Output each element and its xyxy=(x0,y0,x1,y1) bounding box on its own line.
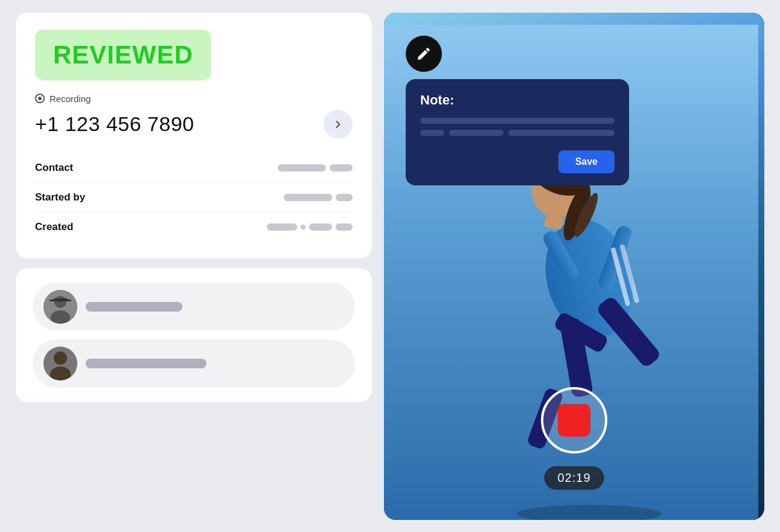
svg-rect-4 xyxy=(50,300,71,301)
contact-name-bar-2 xyxy=(86,359,206,368)
contact-item-1 xyxy=(33,283,355,331)
note-line-2 xyxy=(420,130,444,136)
note-line-3 xyxy=(449,130,503,136)
bar3 xyxy=(284,194,332,201)
started-by-row: Started by xyxy=(35,183,353,213)
contact-name-bar-1 xyxy=(86,302,182,312)
created-row: Created xyxy=(35,213,353,242)
svg-point-6 xyxy=(54,351,67,365)
video-panel: Note: Save 02:19 xyxy=(384,13,764,520)
record-stop-button[interactable] xyxy=(541,387,607,453)
record-stop-icon xyxy=(558,404,590,437)
contacts-card xyxy=(16,268,372,402)
timer-display: 02:19 xyxy=(544,466,604,490)
created-label: Created xyxy=(35,221,73,233)
recording-icon xyxy=(35,94,45,103)
avatar-2 xyxy=(43,347,77,380)
bar7 xyxy=(336,223,353,231)
note-line-1 xyxy=(420,118,615,124)
bar2 xyxy=(330,164,353,171)
reviewed-label: REVIEWED xyxy=(53,40,193,69)
note-panel: Note: Save xyxy=(406,79,629,185)
call-info-card: REVIEWED Recording +1 123 456 7890 Conta… xyxy=(16,13,372,258)
note-line-4 xyxy=(508,130,615,136)
edit-button[interactable] xyxy=(406,36,442,72)
started-by-label: Started by xyxy=(35,191,85,204)
main-container: REVIEWED Recording +1 123 456 7890 Conta… xyxy=(16,13,764,520)
reviewed-badge: REVIEWED xyxy=(35,30,211,80)
started-by-value xyxy=(284,194,353,201)
phone-row: +1 123 456 7890 xyxy=(35,110,353,139)
avatar-1 xyxy=(43,290,77,324)
contact-item-2 xyxy=(33,339,355,388)
bar1 xyxy=(278,164,326,171)
svg-point-1 xyxy=(54,296,66,308)
contact-row: Contact xyxy=(35,153,353,183)
note-line-row-1 xyxy=(420,130,615,142)
contact-label: Contact xyxy=(35,162,73,174)
created-value xyxy=(267,223,353,231)
left-panel: REVIEWED Recording +1 123 456 7890 Conta… xyxy=(16,13,372,402)
note-title: Note: xyxy=(420,92,615,108)
bar6 xyxy=(309,223,332,231)
svg-rect-14 xyxy=(544,209,565,230)
bar5 xyxy=(267,223,297,231)
save-button[interactable]: Save xyxy=(558,150,615,173)
recording-label: Recording xyxy=(50,94,91,104)
phone-number: +1 123 456 7890 xyxy=(35,112,194,136)
contact-value xyxy=(278,164,353,171)
phone-navigate-button[interactable] xyxy=(324,110,353,139)
recording-row: Recording xyxy=(35,94,353,104)
bar4 xyxy=(336,194,353,201)
dot1 xyxy=(301,225,305,229)
